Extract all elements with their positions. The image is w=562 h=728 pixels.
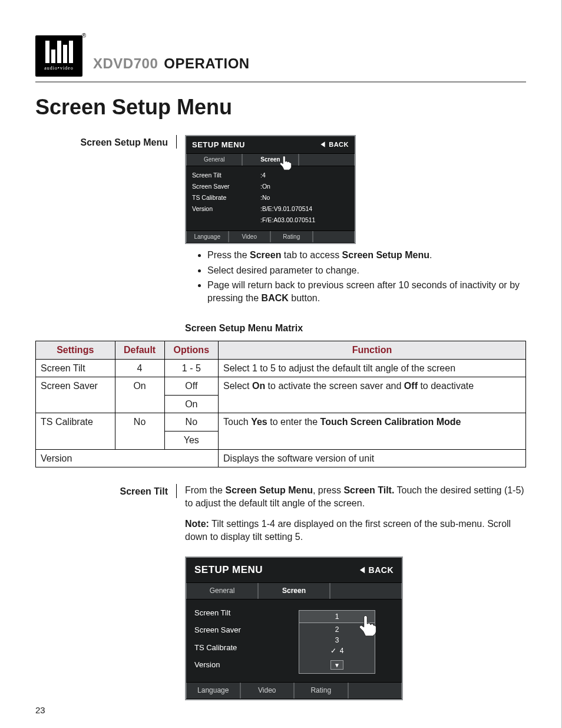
logo-bars-icon xyxy=(45,41,73,63)
cell-setting: Version xyxy=(36,449,219,467)
param-list: Screen TiltScreen SaverTS CalibrateVersi… xyxy=(194,608,277,674)
setup-menu-screenshot-1: SETUP MENU BACK GeneralScreen Screen Til… xyxy=(185,135,356,244)
instruction-item: Page will return back to previous screen… xyxy=(207,279,526,304)
section-label: Screen Tilt xyxy=(35,484,177,498)
section-label: Screen Setup Menu xyxy=(35,135,177,149)
param-values: :4:On:No:B/E:V9.01.070514:F/E:A03.00.070… xyxy=(260,171,315,225)
back-label: BACK xyxy=(369,565,394,576)
tab[interactable] xyxy=(313,231,355,243)
param-list: Screen TiltScreen SaverTS CalibrateVersi… xyxy=(192,171,257,225)
top-tab-row: GeneralScreen xyxy=(186,582,402,599)
cell-default: On xyxy=(115,377,164,413)
tilt-option[interactable]: 3 xyxy=(335,635,339,645)
table-row: Screen Tilt41 - 5Select 1 to 5 to adjust… xyxy=(36,359,526,377)
section-content: SETUP MENU BACK GeneralScreen Screen Til… xyxy=(185,135,526,307)
cell-option: Off xyxy=(164,377,218,396)
page: ® audio•video XDVD700 OPERATION Screen S… xyxy=(0,0,562,728)
section-content: From the Screen Setup Menu, press Screen… xyxy=(185,484,526,700)
page-title: Screen Setup Menu xyxy=(35,93,526,122)
list-item: :4 xyxy=(260,171,315,179)
tab[interactable]: General xyxy=(186,583,258,598)
cell-default: No xyxy=(115,413,164,449)
matrix-heading: Screen Setup Menu Matrix xyxy=(185,322,526,335)
header-section: OPERATION xyxy=(164,54,249,73)
cell-function: Select 1 to 5 to adjust the default tilt… xyxy=(219,359,526,377)
list-item: :No xyxy=(260,193,315,202)
list-item[interactable]: Screen Saver xyxy=(194,625,277,635)
brand-logo: ® audio•video xyxy=(35,35,82,77)
scroll-down-button[interactable]: ▼ xyxy=(330,660,343,670)
cell-option: No xyxy=(164,413,218,431)
cell-function: Touch Yes to enter the Touch Screen Cali… xyxy=(219,413,526,449)
cell-setting: Screen Tilt xyxy=(36,359,115,377)
list-item: :F/E:A03.00.070511 xyxy=(260,216,315,224)
model-number: XDVD700 xyxy=(93,54,158,73)
cell-setting: TS Calibrate xyxy=(36,413,115,449)
screen-tilt-para-1: From the Screen Setup Menu, press Screen… xyxy=(185,484,526,509)
back-arrow-icon xyxy=(358,566,366,574)
list-item: :On xyxy=(260,182,315,190)
screen-setup-matrix-table: SettingsDefaultOptionsFunctionScreen Til… xyxy=(35,341,526,467)
list-item[interactable]: Version xyxy=(194,660,277,670)
section-screen-setup: Screen Setup Menu SETUP MENU BACK Genera… xyxy=(35,135,526,307)
chevron-down-icon: ▼ xyxy=(334,661,340,670)
hand-pointer-icon xyxy=(356,612,382,638)
tab[interactable] xyxy=(330,583,402,598)
hand-pointer-icon xyxy=(277,154,295,172)
tab[interactable]: Rating xyxy=(270,231,313,243)
tab[interactable]: Video xyxy=(229,231,271,243)
list-item[interactable]: Screen Tilt xyxy=(192,171,257,179)
table-row: Screen SaverOnOffSelect On to activate t… xyxy=(36,377,526,396)
table-header: Default xyxy=(115,341,164,359)
list-item[interactable] xyxy=(192,216,257,224)
panel-title: SETUP MENU xyxy=(192,140,245,150)
header-title: XDVD700 OPERATION xyxy=(93,54,250,77)
logo-subtitle: audio•video xyxy=(44,65,73,72)
check-icon: ✓ xyxy=(330,646,336,655)
list-item: :B/E:V9.01.070514 xyxy=(260,205,315,213)
back-label: BACK xyxy=(329,140,349,149)
tab[interactable]: Video xyxy=(240,683,295,698)
cell-function: Select On to activate the screen saver a… xyxy=(219,377,526,413)
cell-setting: Screen Saver xyxy=(36,377,115,413)
section-screen-tilt: Screen Tilt From the Screen Setup Menu, … xyxy=(35,484,526,700)
tab[interactable]: Rating xyxy=(294,683,348,698)
back-button[interactable]: BACK xyxy=(358,565,394,576)
tab[interactable]: Language xyxy=(186,231,229,243)
table-row: TS CalibrateNoNoTouch Yes to enter the T… xyxy=(36,413,526,431)
back-arrow-icon xyxy=(319,141,326,148)
page-header: ® audio•video XDVD700 OPERATION xyxy=(35,35,526,77)
tab[interactable]: Language xyxy=(186,683,240,698)
table-header: Options xyxy=(164,341,218,359)
tab[interactable] xyxy=(299,154,355,166)
cell-option: Yes xyxy=(164,431,218,449)
page-number: 23 xyxy=(35,704,45,716)
tab[interactable]: General xyxy=(186,154,242,166)
registered-mark: ® xyxy=(82,32,86,40)
instruction-list: Press the Screen tab to access Screen Se… xyxy=(185,249,526,304)
tilt-option[interactable]: 2 xyxy=(335,625,339,634)
cell-option: On xyxy=(164,395,218,413)
instruction-item: Press the Screen tab to access Screen Se… xyxy=(207,249,526,262)
list-item[interactable]: TS Calibrate xyxy=(194,643,277,653)
list-item[interactable]: Version xyxy=(192,205,257,213)
list-item[interactable]: Screen Tilt xyxy=(194,608,277,618)
header-rule xyxy=(35,81,526,83)
back-button[interactable]: BACK xyxy=(319,140,349,149)
tilt-option[interactable]: ✓4 xyxy=(330,646,344,655)
top-tab-row: GeneralScreen xyxy=(186,153,355,166)
cell-default: 4 xyxy=(115,359,164,377)
table-header: Settings xyxy=(36,341,115,359)
bottom-tab-row: LanguageVideoRating xyxy=(186,230,355,243)
tab[interactable] xyxy=(348,683,402,698)
bottom-tab-row: LanguageVideoRating xyxy=(186,682,402,699)
instruction-item: Select desired parameter to change. xyxy=(207,264,526,277)
screen-tilt-note: Note: Tilt settings 1-4 are displayed on… xyxy=(185,518,526,543)
list-item[interactable]: Screen Saver xyxy=(192,182,257,190)
list-item[interactable]: TS Calibrate xyxy=(192,193,257,202)
tab[interactable]: Screen xyxy=(258,583,330,598)
table-header: Function xyxy=(219,341,526,359)
panel-title: SETUP MENU xyxy=(194,564,263,577)
cell-option: 1 - 5 xyxy=(164,359,218,377)
setup-menu-screenshot-2: SETUP MENU BACK GeneralScreen Screen Til… xyxy=(185,556,403,700)
